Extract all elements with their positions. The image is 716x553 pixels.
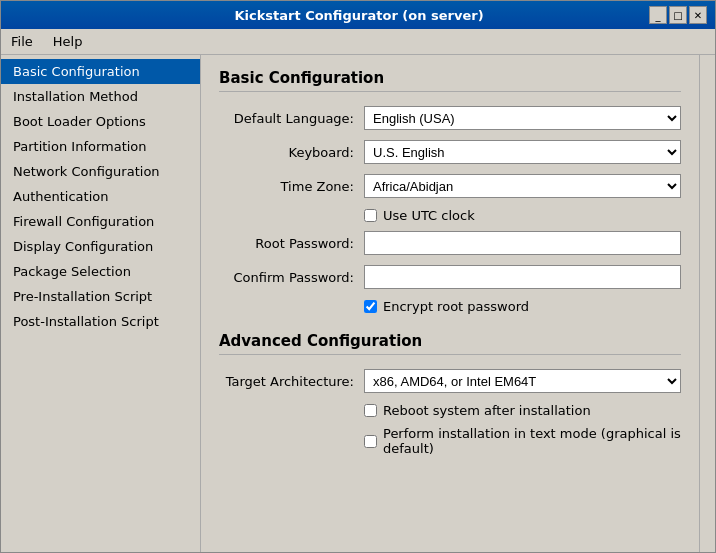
- sidebar-item-display-configuration[interactable]: Display Configuration: [1, 234, 200, 259]
- default-language-row: Default Language: English (USA) French G…: [219, 106, 681, 130]
- sidebar-item-post-installation-script[interactable]: Post-Installation Script: [1, 309, 200, 334]
- sidebar-item-pre-installation-script[interactable]: Pre-Installation Script: [1, 284, 200, 309]
- reboot-label: Reboot system after installation: [383, 403, 591, 418]
- default-language-select[interactable]: English (USA) French German: [364, 106, 681, 130]
- minimize-button[interactable]: _: [649, 6, 667, 24]
- window-title: Kickstart Configurator (on server): [69, 8, 649, 23]
- text-mode-row: Perform installation in text mode (graph…: [364, 426, 681, 456]
- timezone-label: Time Zone:: [219, 179, 364, 194]
- main-panel: Basic Configuration Default Language: En…: [201, 55, 699, 552]
- encrypt-password-row: Encrypt root password: [364, 299, 681, 314]
- timezone-control: Africa/Abidjan America/New_York: [364, 174, 681, 198]
- text-mode-checkbox[interactable]: [364, 435, 377, 448]
- keyboard-row: Keyboard: U.S. English French: [219, 140, 681, 164]
- menu-help[interactable]: Help: [49, 32, 87, 51]
- root-password-input[interactable]: [364, 231, 681, 255]
- target-arch-label: Target Architecture:: [219, 374, 364, 389]
- close-button[interactable]: ✕: [689, 6, 707, 24]
- root-password-row: Root Password:: [219, 231, 681, 255]
- encrypt-password-checkbox[interactable]: [364, 300, 377, 313]
- text-mode-label: Perform installation in text mode (graph…: [383, 426, 681, 456]
- sidebar-item-network-configuration[interactable]: Network Configuration: [1, 159, 200, 184]
- default-language-control: English (USA) French German: [364, 106, 681, 130]
- confirm-password-input[interactable]: [364, 265, 681, 289]
- sidebar: Basic Configuration Installation Method …: [1, 55, 201, 552]
- timezone-row: Time Zone: Africa/Abidjan America/New_Yo…: [219, 174, 681, 198]
- sidebar-item-partition-information[interactable]: Partition Information: [1, 134, 200, 159]
- sidebar-item-installation-method[interactable]: Installation Method: [1, 84, 200, 109]
- target-arch-control: x86, AMD64, or Intel EM64T ia64 PPC: [364, 369, 681, 393]
- scrollbar[interactable]: [699, 55, 715, 552]
- keyboard-label: Keyboard:: [219, 145, 364, 160]
- confirm-password-label: Confirm Password:: [219, 270, 364, 285]
- target-arch-select[interactable]: x86, AMD64, or Intel EM64T ia64 PPC: [364, 369, 681, 393]
- target-arch-row: Target Architecture: x86, AMD64, or Inte…: [219, 369, 681, 393]
- sidebar-item-authentication[interactable]: Authentication: [1, 184, 200, 209]
- sidebar-item-firewall-configuration[interactable]: Firewall Configuration: [1, 209, 200, 234]
- root-password-control: [364, 231, 681, 255]
- confirm-password-control: [364, 265, 681, 289]
- keyboard-select[interactable]: U.S. English French: [364, 140, 681, 164]
- sidebar-item-boot-loader-options[interactable]: Boot Loader Options: [1, 109, 200, 134]
- sidebar-item-package-selection[interactable]: Package Selection: [1, 259, 200, 284]
- root-password-label: Root Password:: [219, 236, 364, 251]
- advanced-config-title: Advanced Configuration: [219, 332, 681, 355]
- default-language-label: Default Language:: [219, 111, 364, 126]
- encrypt-password-label: Encrypt root password: [383, 299, 529, 314]
- sidebar-item-basic-configuration[interactable]: Basic Configuration: [1, 59, 200, 84]
- confirm-password-row: Confirm Password:: [219, 265, 681, 289]
- menu-file[interactable]: File: [7, 32, 37, 51]
- main-window: Kickstart Configurator (on server) _ □ ✕…: [0, 0, 716, 553]
- window-controls: _ □ ✕: [649, 6, 707, 24]
- content-area: Basic Configuration Installation Method …: [1, 55, 715, 552]
- reboot-row: Reboot system after installation: [364, 403, 681, 418]
- utc-clock-row: Use UTC clock: [364, 208, 681, 223]
- title-bar: Kickstart Configurator (on server) _ □ ✕: [1, 1, 715, 29]
- keyboard-control: U.S. English French: [364, 140, 681, 164]
- basic-config-title: Basic Configuration: [219, 69, 681, 92]
- menu-bar: File Help: [1, 29, 715, 55]
- timezone-select[interactable]: Africa/Abidjan America/New_York: [364, 174, 681, 198]
- maximize-button[interactable]: □: [669, 6, 687, 24]
- utc-clock-checkbox[interactable]: [364, 209, 377, 222]
- utc-clock-label: Use UTC clock: [383, 208, 475, 223]
- reboot-checkbox[interactable]: [364, 404, 377, 417]
